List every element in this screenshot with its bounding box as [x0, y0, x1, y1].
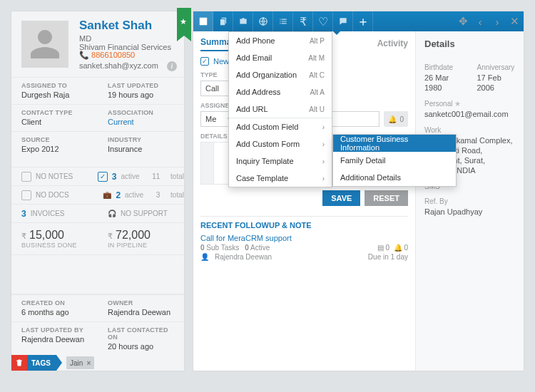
window-controls: ✥ ‹ › ✕ — [457, 11, 521, 31]
list-icon: ▤ — [377, 244, 384, 252]
created-on-value: 6 months ago — [21, 308, 88, 316]
docs-icon — [21, 190, 31, 200]
association-value[interactable]: Current — [108, 118, 174, 126]
menu-add-email[interactable]: Add EmailAlt M — [229, 49, 332, 66]
birthdate-value: 26 Mar 1980 — [424, 73, 463, 93]
created-on-label: CREATED ON — [21, 299, 88, 306]
contact-name[interactable]: Sanket Shah — [79, 19, 152, 33]
birthdate-label: Birthdate — [424, 63, 463, 71]
recent-item[interactable]: Call for MeraCRM support 0 Sub Tasks 0 A… — [200, 234, 408, 261]
source-label: SOURCE — [21, 136, 88, 143]
headset-icon: 🎧 — [108, 210, 116, 217]
delete-button[interactable] — [11, 355, 27, 371]
reminder-badge[interactable]: 🔔0 — [384, 111, 408, 127]
personal-email[interactable]: sanketc001@email.com — [424, 109, 515, 119]
assigned-to-label: ASSIGNED TO — [21, 82, 88, 89]
no-docs[interactable]: NO DOCS — [11, 190, 93, 200]
menu-add-address[interactable]: Add AddressAlt A — [229, 83, 332, 100]
anniversary-label: Anniversary — [477, 63, 516, 71]
toolbar-favorite-icon[interactable]: ♡ — [313, 11, 333, 31]
recent-item-owner: Rajendra Deewan — [215, 253, 272, 261]
in-pipeline: ₹72,000IN PIPELINE — [98, 223, 184, 254]
menu-add-custom-form[interactable]: Add Custom Form› — [229, 135, 332, 153]
tag-remove-icon[interactable]: × — [86, 359, 91, 367]
tag-text: Jain — [70, 359, 83, 367]
bell-icon: 🔔 — [394, 244, 402, 252]
bookmark-ribbon[interactable]: ★ — [177, 8, 191, 36]
next-icon[interactable]: › — [491, 15, 504, 28]
industry-value: Insurance — [108, 145, 174, 153]
bell-icon: 🔔 — [388, 115, 397, 123]
toolbar-task-icon[interactable] — [193, 11, 213, 31]
notes-icon — [21, 172, 31, 182]
rupee-icon: ₹ — [21, 232, 26, 240]
rupee-icon: ₹ — [108, 232, 113, 240]
no-support[interactable]: 🎧NO SUPPORT — [98, 210, 184, 217]
add-custom-form-submenu: Customer Business Information Family Det… — [332, 134, 457, 187]
contact-profile-panel: Sanket Shah MD Shivam Financial Services… — [11, 11, 185, 371]
submenu-additional-details[interactable]: Additional Details — [333, 169, 456, 186]
add-menu: Add PhoneAlt P Add EmailAlt M Add Organi… — [228, 31, 332, 187]
tag-chip[interactable]: Jain× — [66, 356, 94, 369]
recent-item-counts: ▤ 0 🔔 0 — [377, 244, 408, 252]
submenu-customer-business-info[interactable]: Customer Business Information — [333, 135, 456, 152]
no-notes[interactable]: NO NOTES — [11, 172, 88, 182]
refby-value: Rajan Upadhyay — [424, 207, 515, 217]
prev-icon[interactable]: ‹ — [474, 15, 486, 28]
chevron-right-icon: › — [322, 140, 325, 148]
cases-stat[interactable]: 💼2active 3 total — [93, 190, 184, 200]
chevron-right-icon: › — [322, 158, 325, 165]
menu-inquiry-template[interactable]: Inquiry Template› — [229, 153, 332, 170]
details-header: Details — [424, 38, 515, 49]
toolbar-chat-icon[interactable] — [333, 11, 353, 31]
briefcase-icon: 💼 — [103, 191, 111, 199]
reset-button[interactable]: RESET — [365, 190, 408, 206]
toolbar-copy-icon[interactable] — [213, 11, 233, 31]
close-icon[interactable]: ✕ — [508, 15, 521, 28]
toolbar-briefcase-icon[interactable] — [233, 11, 253, 31]
last-updated-by-label: LAST UPDATED BY — [21, 326, 88, 334]
info-icon[interactable]: i — [167, 61, 177, 71]
last-contacted-on-value: 20 hours ago — [108, 342, 174, 351]
menu-case-template[interactable]: Case Template› — [229, 170, 332, 187]
submenu-family-detail[interactable]: Family Detail — [333, 152, 456, 169]
contact-phone[interactable]: 📞 8866100850 — [79, 51, 135, 60]
trash-icon — [15, 359, 24, 367]
menu-add-url[interactable]: Add URLAlt U — [229, 100, 332, 118]
move-icon[interactable]: ✥ — [457, 15, 469, 28]
tags-label[interactable]: TAGS — [27, 355, 56, 371]
owner-label: OWNER — [108, 299, 174, 306]
save-button[interactable]: SAVE — [322, 190, 360, 206]
owner-value: Rajendra Deewan — [108, 308, 174, 316]
details-column: Details Birthdate26 Mar 1980 Anniversary… — [416, 31, 524, 371]
recent-item-title: Call for MeraCRM support — [200, 234, 408, 242]
last-updated-label: LAST UPDATED — [108, 82, 174, 89]
anniversary-value: 17 Feb 2006 — [477, 73, 516, 93]
invoices-stat[interactable]: 3INVOICES — [11, 209, 98, 219]
recent-header: RECENT FOLLOWUP & NOTE — [200, 216, 408, 229]
contact-email[interactable]: sanket.shah@xyz.com — [79, 61, 158, 70]
last-contacted-on-label: LAST CONTACTED ON — [108, 326, 174, 341]
menu-add-organization[interactable]: Add OrganizationAlt C — [229, 66, 332, 83]
phone-icon: 📞 — [79, 51, 89, 59]
followups-stat[interactable]: ✓3active 11 total — [88, 172, 184, 182]
toolbar-globe-icon[interactable] — [253, 11, 273, 31]
toolbar-add-button[interactable]: ＋ — [353, 11, 373, 31]
person-icon — [28, 27, 62, 61]
menu-add-phone[interactable]: Add PhoneAlt P — [229, 32, 332, 49]
facts-grid: ASSIGNED TODurgesh Raja LAST UPDATED19 h… — [11, 77, 184, 158]
star-icon: ★ — [180, 17, 187, 26]
recent-item-due: Due in 1 day — [368, 253, 408, 261]
work-label: Work — [424, 126, 515, 134]
refby-label: Ref. By — [424, 197, 515, 205]
menu-add-custom-field[interactable]: Add Custom Field› — [229, 118, 332, 135]
tab-activity[interactable]: Activity — [377, 38, 408, 51]
personal-label: Personal ★ — [424, 100, 515, 108]
assigned-to-value: Durgesh Raja — [21, 91, 88, 99]
check-icon: ✓ — [200, 57, 209, 66]
toolbar-rupee-icon[interactable]: ₹ — [293, 11, 313, 31]
contact-type-value: Client — [21, 118, 88, 126]
toolbar-list-icon[interactable] — [273, 11, 293, 31]
chevron-right-icon: › — [322, 175, 325, 182]
contact-type-label: CONTACT TYPE — [21, 109, 88, 116]
